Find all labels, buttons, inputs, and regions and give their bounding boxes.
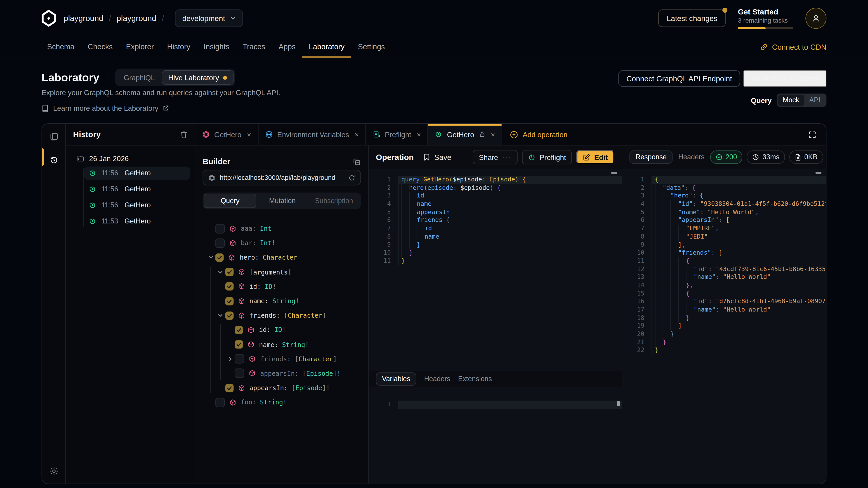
target-selector[interactable]: development [175, 9, 243, 27]
nav-item-apps[interactable]: Apps [272, 37, 302, 58]
chevron-right-icon[interactable] [225, 356, 235, 362]
chevron-down-icon[interactable] [216, 269, 225, 275]
code-line[interactable]: 15{ [622, 290, 826, 298]
operation-tab[interactable]: Preflight× [366, 124, 428, 145]
operation-tab[interactable]: Environment Variables× [258, 124, 366, 145]
field-checkbox[interactable] [225, 384, 234, 392]
code-line[interactable]: 2hero(episode: $episode) { [369, 184, 622, 192]
nav-item-schema[interactable]: Schema [40, 37, 81, 58]
preflight-button[interactable]: Preflight [522, 150, 572, 164]
tree-row[interactable]: id: ID! [203, 323, 361, 337]
code-line[interactable]: 3id [369, 192, 622, 200]
refresh-icon[interactable] [348, 174, 355, 181]
endpoint-url-field[interactable]: http://localhost:3000/api/lab/playground [203, 170, 361, 186]
code-line[interactable]: 2"data": { [622, 184, 826, 192]
tab-response[interactable]: Response [629, 151, 673, 164]
field-checkbox[interactable] [215, 254, 224, 262]
save-button[interactable]: Save [424, 153, 452, 161]
share-menu-dots-icon[interactable]: ··· [502, 153, 511, 161]
tree-row[interactable]: appearsIn: [Episode]! [203, 366, 361, 381]
nav-item-history[interactable]: History [160, 37, 197, 58]
field-checkbox[interactable] [225, 311, 234, 320]
get-started-widget[interactable]: Get Started 3 remaining tasks [738, 7, 793, 29]
code-line[interactable]: 11{ [622, 257, 826, 265]
scrollbar-thumb[interactable] [617, 401, 620, 406]
tab-response-headers[interactable]: Headers [678, 153, 705, 161]
field-checkbox[interactable] [225, 297, 234, 305]
code-line[interactable]: 9} [369, 241, 622, 249]
code-line[interactable]: 8"JEDI" [622, 233, 826, 241]
edit-button[interactable]: Edit [577, 150, 614, 164]
tree-row[interactable]: [arguments] [203, 265, 361, 279]
code-line[interactable]: 6"appearsIn": [ [622, 217, 826, 225]
tab-extensions[interactable]: Extensions [458, 375, 492, 383]
field-checkbox[interactable] [235, 340, 243, 349]
code-line[interactable]: 10"friends": [ [622, 249, 826, 257]
user-avatar[interactable] [805, 8, 827, 29]
code-line[interactable]: 8name [369, 233, 622, 241]
tree-row[interactable]: foo: String! [203, 395, 361, 410]
code-line[interactable]: 9], [622, 241, 826, 249]
tree-row[interactable]: friends: [Character] [203, 308, 361, 323]
code-line[interactable]: 4"id": "93038304-01a1-4f5f-b620-d6f9be51… [622, 200, 826, 208]
field-checkbox[interactable] [215, 398, 225, 407]
code-line[interactable]: 13"name": "Hello World" [622, 273, 826, 282]
code-line[interactable]: 1query GetHero($episode: Episode) { [369, 176, 622, 184]
nav-item-insights[interactable]: Insights [197, 37, 236, 58]
tab-variables[interactable]: Variables [376, 372, 416, 386]
tree-row[interactable]: aaa: Int [203, 221, 361, 236]
code-line[interactable]: 19] [622, 322, 826, 330]
nav-item-traces[interactable]: Traces [236, 37, 272, 58]
operation-tab[interactable]: GetHero× [428, 124, 502, 145]
builder-tab-query[interactable]: Query [204, 194, 256, 208]
code-line[interactable]: 7"EMPIRE", [622, 225, 826, 233]
graphiql-mode-option[interactable]: GraphiQL [117, 73, 162, 82]
code-line[interactable]: 22} [622, 347, 826, 355]
tree-row[interactable]: friends: [Character] [203, 352, 361, 366]
field-checkbox[interactable] [215, 238, 225, 248]
field-checkbox[interactable] [235, 354, 244, 364]
code-line[interactable]: 20} [622, 330, 826, 338]
tree-row[interactable]: bar: Int! [203, 236, 361, 250]
builder-tab-mutation[interactable]: Mutation [256, 194, 308, 208]
learn-more-link[interactable]: Learn more about the Laboratory [41, 104, 280, 112]
mock-endpoint-button[interactable]: Mock Data Endpoint [744, 70, 827, 87]
nav-item-explorer[interactable]: Explorer [119, 37, 160, 58]
fullscreen-button[interactable] [798, 124, 826, 145]
connect-endpoint-button[interactable]: Connect GraphQL API Endpoint [618, 70, 740, 87]
share-button[interactable]: Share ··· [473, 150, 518, 164]
hive-logo-icon[interactable] [40, 9, 57, 27]
gear-icon[interactable] [49, 466, 59, 476]
breadcrumb-project[interactable]: playground [117, 14, 156, 23]
nav-item-checks[interactable]: Checks [81, 37, 119, 58]
tree-row[interactable]: hero: Character [203, 250, 361, 265]
field-checkbox[interactable] [235, 369, 244, 378]
code-line[interactable]: 7id [369, 225, 622, 233]
operation-code-editor[interactable]: 1query GetHero($episode: Episode) {2hero… [369, 169, 622, 371]
collapse-copy-icon[interactable] [352, 158, 361, 166]
chevron-down-icon[interactable] [216, 313, 225, 318]
code-line[interactable]: 14}, [622, 282, 826, 290]
breadcrumb-org[interactable]: playground [64, 14, 103, 23]
history-item[interactable]: 11:56GetHero [84, 166, 190, 180]
tree-row[interactable]: name: String! [203, 337, 361, 352]
minimize-editor-icon[interactable] [611, 172, 617, 174]
chevron-down-icon[interactable] [206, 255, 215, 260]
history-date-group[interactable]: 26 Jan 2026 [70, 152, 190, 165]
tree-row[interactable]: name: String! [203, 294, 361, 308]
mock-option[interactable]: Mock [778, 95, 804, 106]
api-option[interactable]: API [804, 95, 825, 106]
close-icon[interactable]: × [247, 130, 251, 139]
documents-icon[interactable] [49, 132, 59, 141]
field-checkbox[interactable] [225, 268, 234, 276]
response-json-viewer[interactable]: 1{2"data": {3"hero": {4"id": "93038304-0… [622, 169, 826, 484]
code-line[interactable]: 1 [369, 400, 622, 409]
code-line[interactable]: 18} [622, 314, 826, 322]
history-item[interactable]: 11:56GetHero [84, 183, 190, 196]
code-line[interactable]: 17"name": "Hello World" [622, 306, 826, 314]
tree-row[interactable]: id: ID! [203, 279, 361, 294]
hive-laboratory-mode-option[interactable]: Hive Laboratory [162, 70, 234, 85]
code-line[interactable]: 3"hero": { [622, 192, 826, 200]
nav-item-settings[interactable]: Settings [351, 37, 392, 58]
history-item[interactable]: 11:53GetHero [84, 215, 190, 228]
